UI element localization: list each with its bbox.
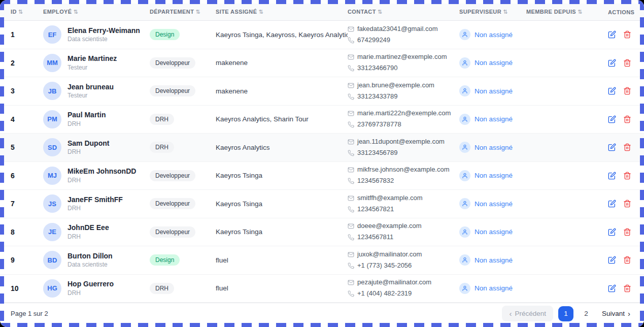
table-header-row: ID⇅ EMPLOYÉ⇅ DÉPARTEMENT⇅ SITE ASSIGNÉ⇅ … [0, 4, 644, 21]
delete-button[interactable] [623, 172, 631, 180]
supervisor-link[interactable]: Non assigné [474, 144, 513, 151]
assigned-sites: Kaeyros Tsinga, Kaeyross, Kaeyros Analyt… [216, 31, 348, 39]
department-badge: Developpeur [150, 85, 195, 96]
delete-button[interactable] [623, 200, 631, 208]
department-badge: Design [150, 254, 180, 266]
edit-icon [608, 115, 616, 123]
employee-role: DRH [67, 148, 109, 156]
column-header-contact[interactable]: CONTACT⇅ [348, 9, 459, 15]
edit-button[interactable] [608, 87, 616, 95]
assigned-sites: makenene [216, 59, 348, 67]
chevron-right-icon: › [628, 310, 630, 317]
column-header-site[interactable]: SITE ASSIGNÉ⇅ [216, 9, 348, 15]
delete-button[interactable] [623, 143, 631, 151]
table-row: 3 JB Jean bruneau Testeur Developpeur ma… [0, 77, 644, 106]
page-button-2[interactable]: 2 [579, 306, 594, 321]
contact-email: marie.marti222n@exemple.com [357, 109, 451, 118]
phone-icon [348, 290, 354, 297]
supervisor-link[interactable]: Non assigné [474, 256, 513, 264]
mail-icon [348, 223, 354, 230]
employee-name: Hop Guerrero [67, 279, 114, 288]
phone-icon [348, 121, 354, 128]
edit-button[interactable] [608, 256, 616, 264]
table-body: 1 EF Elena Ferry-Weimann Data scientiste… [0, 21, 644, 303]
department-badge: Developpeur [150, 198, 195, 209]
edit-button[interactable] [608, 172, 616, 180]
contact-phone: 1234567832 [357, 176, 394, 186]
avatar: EF [43, 25, 61, 44]
supervisor-link[interactable]: Non assigné [474, 59, 513, 67]
trash-icon [623, 200, 631, 208]
delete-button[interactable] [623, 256, 631, 264]
supervisor-link[interactable]: Non assigné [474, 284, 513, 292]
supervisor-link[interactable]: Non assigné [474, 87, 513, 95]
mail-icon [348, 110, 354, 117]
avatar: HG [43, 279, 61, 298]
avatar: JE [43, 223, 61, 241]
chevron-left-icon: ‹ [509, 310, 512, 317]
phone-icon [348, 150, 354, 156]
edit-button[interactable] [608, 59, 616, 67]
contact-email: doeee@example.com [357, 221, 422, 231]
edit-button[interactable] [608, 228, 616, 236]
employee-id: 4 [0, 115, 43, 123]
user-icon [459, 114, 470, 125]
edit-button[interactable] [608, 284, 616, 292]
supervisor-link[interactable]: Non assigné [474, 115, 513, 123]
delete-button[interactable] [623, 59, 631, 67]
edit-button[interactable] [608, 115, 616, 123]
column-header-department[interactable]: DÉPARTEMENT⇅ [150, 9, 216, 15]
employee-id: 2 [0, 59, 43, 67]
table-row: 4 PM Paul Martin DRH DRH Kaeyros Analyti… [0, 106, 644, 134]
supervisor-link[interactable]: Non assigné [474, 172, 513, 179]
employee-id: 10 [0, 284, 43, 292]
edit-button[interactable] [608, 30, 616, 39]
employee-role: Data scientiste [67, 36, 140, 44]
edit-button[interactable] [608, 143, 616, 151]
supervisor-link[interactable]: Non assigné [474, 200, 513, 208]
sort-icon[interactable]: ⇅ [503, 9, 508, 15]
table-row: 8 JE JohnDE Eee DRH Developpeur Kaeyros … [0, 218, 644, 247]
trash-icon [623, 115, 631, 123]
delete-button[interactable] [623, 284, 631, 292]
sort-icon[interactable]: ⇅ [18, 9, 23, 15]
previous-page-button[interactable]: ‹ Précédent [502, 306, 553, 321]
contact-phone: 1234567811 [357, 233, 393, 242]
delete-button[interactable] [623, 87, 631, 95]
department-badge: DRH [150, 114, 174, 125]
supervisor-link[interactable]: Non assigné [474, 228, 513, 236]
table-row: 6 MJ MikeEm JohnsonDD DRH Developpeur Ka… [0, 162, 644, 190]
sort-icon[interactable]: ⇅ [258, 9, 263, 15]
avatar: SD [43, 138, 61, 156]
department-badge: Design [150, 29, 180, 40]
employee-role: DRH [67, 205, 123, 213]
contact-email: juxok@mailinator.com [357, 250, 422, 259]
phone-icon [348, 263, 354, 269]
delete-button[interactable] [623, 115, 631, 123]
assigned-sites: Kaeyros Analytics [216, 144, 348, 151]
supervisor-link[interactable]: Non assigné [474, 31, 513, 39]
mail-icon [348, 195, 354, 202]
employees-table: ID⇅ EMPLOYÉ⇅ DÉPARTEMENT⇅ SITE ASSIGNÉ⇅ … [0, 0, 644, 303]
delete-button[interactable] [623, 30, 631, 39]
sort-icon[interactable]: ⇅ [578, 9, 583, 15]
table-row: 9 BD Burton Dillon Data scientiste Desig… [0, 246, 644, 275]
contact-email: smitffh@example.com [357, 193, 423, 203]
mail-icon [348, 82, 354, 89]
sort-icon[interactable]: ⇅ [74, 9, 79, 15]
column-header-id[interactable]: ID⇅ [0, 9, 43, 15]
page-button-1[interactable]: 1 [558, 306, 573, 321]
pager: ‹ Précédent 1 2 Suivant › [502, 306, 633, 321]
employee-id: 8 [0, 228, 43, 236]
edit-button[interactable] [608, 200, 616, 208]
sort-icon[interactable]: ⇅ [378, 9, 383, 15]
sort-icon[interactable]: ⇅ [195, 9, 200, 15]
next-page-button[interactable]: Suivant › [599, 306, 633, 321]
phone-icon [348, 234, 354, 241]
column-header-supervisor[interactable]: SUPERVISEUR⇅ [459, 9, 526, 15]
avatar: JB [43, 82, 61, 100]
delete-button[interactable] [623, 228, 631, 236]
employee-role: Testeur [67, 64, 117, 72]
column-header-member-since[interactable]: MEMBRE DEPUIS⇅ [526, 9, 605, 15]
column-header-employee[interactable]: EMPLOYÉ⇅ [43, 9, 150, 15]
